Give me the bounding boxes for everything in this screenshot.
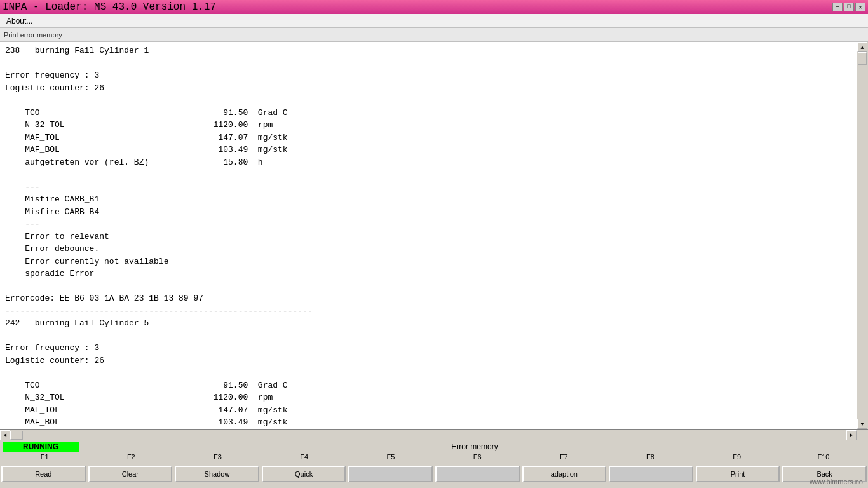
status-center-text: Error memory	[84, 442, 865, 451]
fkey-btn-clear[interactable]: Clear	[88, 466, 173, 482]
fkey-btn-read[interactable]: Read	[1, 466, 86, 482]
running-badge: RUNNING	[3, 442, 79, 452]
scroll-thumb-h[interactable]	[10, 431, 23, 440]
scroll-track-v[interactable]	[857, 52, 868, 419]
fkey-btn-quick[interactable]: Quick	[262, 466, 346, 482]
watermark: www.bimmers.no	[810, 478, 863, 485]
fkey-label-f8: F8	[607, 453, 693, 464]
fkey-label-f4: F4	[261, 453, 348, 464]
title-text: INPA - Loader: MS 43.0 Version 1.17	[3, 1, 216, 13]
content-text: 238 burning Fail Cylinder 1 Error freque…	[5, 44, 851, 429]
scroll-corner	[857, 430, 868, 441]
close-button[interactable]: ✕	[855, 3, 865, 11]
fkey-buttons: ReadClearShadowQuickadaptionPrintBack	[0, 464, 868, 484]
title-bar: INPA - Loader: MS 43.0 Version 1.17 ─ □ …	[0, 0, 868, 14]
fkey-label-f1: F1	[1, 453, 88, 464]
scroll-track-h[interactable]	[10, 430, 846, 440]
fkey-label-f3: F3	[174, 453, 261, 464]
minimize-button[interactable]: ─	[832, 3, 843, 11]
section-header-text: Print error memory	[4, 31, 62, 39]
menu-about[interactable]: About...	[3, 15, 36, 27]
fkey-label-f10: F10	[780, 453, 867, 464]
fkey-label-f5: F5	[348, 453, 434, 464]
fkey-btn-f5[interactable]	[348, 466, 433, 482]
scrollbar-horizontal[interactable]: ◄ ►	[0, 429, 868, 440]
maximize-button[interactable]: □	[844, 3, 854, 11]
fkey-btn-adaption[interactable]: adaption	[522, 466, 607, 482]
scroll-down-button[interactable]: ▼	[857, 419, 867, 429]
menu-bar: About...	[0, 14, 868, 28]
fkey-label-f7: F7	[520, 453, 607, 464]
scroll-right-button[interactable]: ►	[846, 430, 857, 440]
status-bar: RUNNING Error memory	[0, 440, 868, 453]
scrollbar-vertical[interactable]: ▲ ▼	[857, 42, 868, 429]
scroll-thumb-v[interactable]	[858, 52, 867, 65]
scroll-left-button[interactable]: ◄	[0, 430, 10, 440]
fkey-btn-print[interactable]: Print	[696, 466, 780, 482]
fkey-label-f6: F6	[434, 453, 520, 464]
scroll-up-button[interactable]: ▲	[857, 42, 867, 52]
title-bar-controls: ─ □ ✕	[832, 3, 865, 11]
main-area: 238 burning Fail Cylinder 1 Error freque…	[0, 42, 868, 429]
section-header: Print error memory	[0, 28, 868, 42]
fkey-btn-f8[interactable]	[609, 466, 693, 482]
fkey-label-f2: F2	[88, 453, 174, 464]
scroll-area[interactable]: 238 burning Fail Cylinder 1 Error freque…	[0, 42, 857, 429]
fkey-label-f9: F9	[694, 453, 780, 464]
fkey-btn-f6[interactable]	[435, 466, 520, 482]
function-key-bar: F1F2F3F4F5F6F7F8F9F10 ReadClearShadowQui…	[0, 453, 868, 488]
fkey-btn-shadow[interactable]: Shadow	[175, 466, 259, 482]
fkey-labels: F1F2F3F4F5F6F7F8F9F10	[0, 453, 868, 464]
